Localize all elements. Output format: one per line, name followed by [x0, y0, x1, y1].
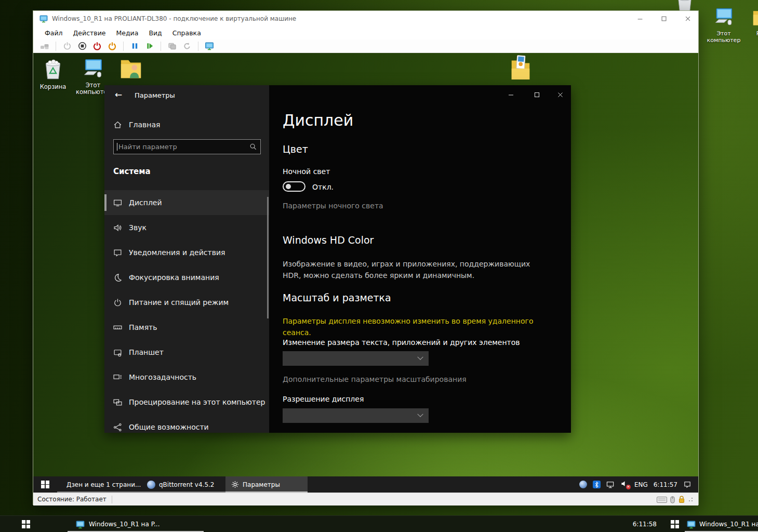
toolbar-separator: [198, 42, 198, 51]
sidebar-item-home[interactable]: Главная: [104, 116, 269, 133]
qbittorrent-icon: [147, 481, 155, 489]
menu-action[interactable]: Действие: [68, 29, 111, 37]
hyperv-vm-icon: [76, 520, 85, 529]
menu-view[interactable]: Вид: [143, 29, 167, 37]
guest-clock[interactable]: 6:11:57: [654, 481, 677, 488]
guest-user-folder-icon[interactable]: [114, 56, 148, 82]
scale-dropdown[interactable]: [283, 351, 429, 366]
host-this-pc-icon[interactable]: Этот компьютер: [707, 6, 741, 44]
menu-media[interactable]: Медиа: [111, 29, 143, 37]
projecting-icon: [113, 398, 122, 407]
sound-icon: [113, 223, 122, 232]
sidebar-item-tablet[interactable]: Планшет: [104, 340, 269, 365]
vm-menubar: Файл Действие Медиа Вид Справка: [33, 26, 698, 39]
toolbar-separator: [56, 42, 56, 51]
tray-qbittorrent-icon[interactable]: [579, 481, 587, 488]
volume-muted-icon[interactable]: ✕: [621, 480, 629, 489]
bluetooth-icon[interactable]: [593, 481, 601, 488]
vm-maximize-button[interactable]: [658, 14, 670, 24]
network-icon[interactable]: [606, 481, 615, 488]
this-pc-icon: [81, 57, 105, 80]
turn-off-vm-button[interactable]: [76, 41, 88, 52]
save-vm-button[interactable]: [106, 41, 118, 52]
task-underline: [141, 491, 225, 493]
start-vm-button[interactable]: [61, 41, 73, 52]
settings-close-button[interactable]: [552, 88, 568, 101]
menu-help[interactable]: Справка: [167, 29, 206, 37]
night-light-label: Ночной свет: [283, 167, 330, 176]
hyperv-vm-icon: [39, 15, 48, 23]
scale-heading: Масштаб и разметка: [283, 292, 391, 303]
page-title: Дисплей: [283, 111, 353, 129]
vm-titlebar[interactable]: Windows_10_R1 на PROLIANT-DL380 - подклю…: [33, 11, 698, 26]
toolbar-separator: [123, 42, 124, 51]
settings-maximize-button[interactable]: [529, 88, 544, 101]
settings-window: ← Параметры Главная Система: [104, 85, 571, 433]
search-icon: [249, 143, 257, 151]
action-center-icon[interactable]: [683, 481, 691, 488]
search-input[interactable]: [117, 143, 249, 151]
advanced-scaling-link[interactable]: Дополнительные параметры масштабирования: [283, 375, 467, 383]
ctrl-alt-del-button[interactable]: [38, 41, 51, 52]
host-task-vmconnect-monitor2[interactable]: Windows_10_R1 на P.: [685, 516, 758, 532]
moon-icon: [113, 273, 122, 282]
menu-file[interactable]: Файл: [39, 29, 68, 37]
guest-task-edge[interactable]: Дзен и еще 1 страни...: [57, 476, 141, 493]
sidebar-item-multitasking[interactable]: Многозадачность: [104, 365, 269, 390]
host-start-button[interactable]: [16, 516, 36, 532]
sidebar-item-power-sleep[interactable]: Питание и спящий режим: [104, 290, 269, 315]
pictures-folder-icon: [509, 55, 533, 81]
sidebar-scrollbar[interactable]: [267, 197, 269, 318]
sidebar-item-display[interactable]: Дисплей: [104, 190, 269, 215]
language-indicator[interactable]: ENG: [634, 481, 648, 488]
guest-taskbar: Дзен и еще 1 страни... qBittorrent v4.5.…: [33, 476, 698, 493]
sidebar-item-sound[interactable]: Звук: [104, 215, 269, 240]
guest-task-qbittorrent[interactable]: qBittorrent v4.5.2: [141, 476, 225, 493]
scale-label: Изменение размера текста, приложений и д…: [283, 338, 520, 347]
mute-badge: ✕: [626, 485, 631, 489]
sidebar-item-shared-experiences[interactable]: Общие возможности: [104, 415, 269, 433]
back-button[interactable]: ←: [112, 89, 125, 101]
host-task-vmconnect[interactable]: Windows_10_R1 на P...: [68, 516, 204, 532]
settings-minimize-button[interactable]: [503, 88, 518, 101]
task-underline: [57, 491, 141, 493]
guest-start-button[interactable]: [33, 476, 57, 493]
hdr-description: Изображение в видео, играх и приложениях…: [283, 258, 530, 281]
sidebar-item-focus-assist[interactable]: Фокусировка внимания: [104, 265, 269, 290]
checkpoint-button[interactable]: [166, 41, 178, 52]
resolution-dropdown[interactable]: [283, 408, 429, 423]
settings-search-box[interactable]: [113, 139, 261, 154]
windows-logo-icon: [41, 481, 49, 489]
desktop-root: { "host": { "taskbar": { "task1_label": …: [0, 0, 758, 532]
host-folder-rom-label: Rom: [747, 30, 758, 37]
ctrl-alt-del-icon: [40, 42, 49, 50]
sidebar-item-notifications[interactable]: Уведомления и действия: [104, 240, 269, 265]
guest-task-settings[interactable]: Параметры: [225, 476, 308, 493]
sidebar-section-system: Система: [113, 167, 151, 176]
guest-pictures-folder-icon[interactable]: [503, 55, 538, 82]
shared-experiences-icon: [113, 423, 122, 432]
display-icon: [113, 198, 122, 207]
pause-vm-button[interactable]: [128, 41, 141, 52]
guest-recycle-bin-icon[interactable]: Корзина: [36, 57, 70, 90]
host-start-button-monitor2[interactable]: [665, 516, 685, 532]
night-light-toggle[interactable]: [283, 181, 305, 192]
resize-grip[interactable]: [688, 497, 693, 502]
hyperv-vm-icon: [687, 520, 696, 529]
vm-close-button[interactable]: [682, 14, 694, 24]
shutdown-vm-button[interactable]: [91, 41, 103, 52]
stop-icon: [78, 42, 87, 50]
sidebar-item-projecting[interactable]: Проецирование на этот компьютер: [104, 390, 269, 415]
enhanced-session-button[interactable]: [203, 41, 216, 52]
host-this-pc-label-line2: компьютер: [707, 37, 741, 44]
vm-minimize-button[interactable]: [634, 14, 646, 24]
host-folder-rom-icon[interactable]: Rom: [747, 7, 758, 37]
gear-icon: [231, 481, 239, 488]
night-light-settings-link[interactable]: Параметры ночного света: [283, 202, 383, 210]
revert-button[interactable]: [181, 41, 193, 52]
statusbar-icons: [657, 493, 693, 506]
reset-vm-button[interactable]: [143, 41, 156, 52]
vm-status-text: Состояние: Работает: [37, 496, 107, 503]
sidebar-item-storage[interactable]: Память: [104, 315, 269, 340]
host-clock[interactable]: 6:11:58: [619, 521, 657, 528]
